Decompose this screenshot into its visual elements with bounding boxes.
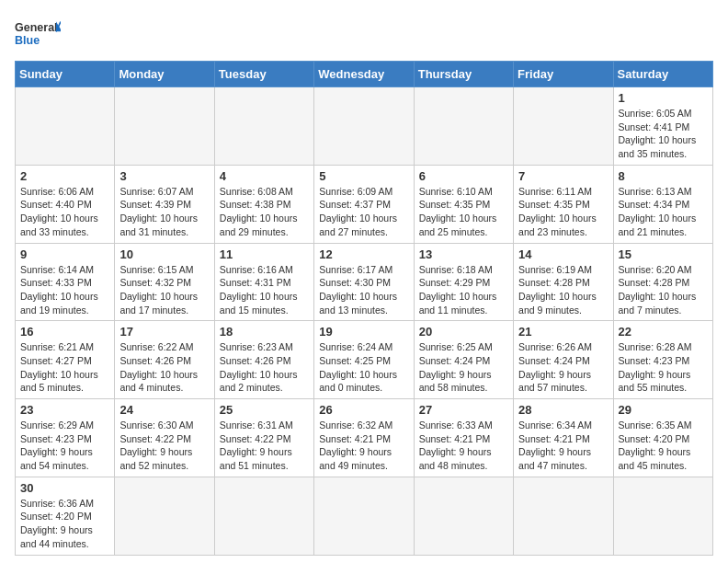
weekday-header-monday: Monday bbox=[115, 62, 214, 87]
day-number: 7 bbox=[518, 169, 608, 183]
calendar-day-cell: 26Sunrise: 6:32 AM Sunset: 4:21 PM Dayli… bbox=[314, 399, 414, 477]
day-info: Sunrise: 6:08 AM Sunset: 4:38 PM Dayligh… bbox=[220, 185, 309, 239]
day-info: Sunrise: 6:07 AM Sunset: 4:39 PM Dayligh… bbox=[119, 185, 209, 239]
day-number: 5 bbox=[319, 169, 408, 183]
day-number: 11 bbox=[220, 247, 309, 261]
day-number: 16 bbox=[20, 325, 109, 339]
calendar-day-cell: 7Sunrise: 6:11 AM Sunset: 4:35 PM Daylig… bbox=[514, 165, 613, 243]
day-info: Sunrise: 6:34 AM Sunset: 4:21 PM Dayligh… bbox=[518, 419, 608, 473]
calendar-day-cell bbox=[514, 87, 613, 166]
calendar-day-cell: 6Sunrise: 6:10 AM Sunset: 4:35 PM Daylig… bbox=[414, 165, 513, 243]
day-number: 14 bbox=[518, 247, 608, 261]
calendar-day-cell bbox=[214, 87, 313, 166]
calendar-day-cell: 21Sunrise: 6:26 AM Sunset: 4:24 PM Dayli… bbox=[514, 321, 613, 399]
calendar-day-cell: 5Sunrise: 6:09 AM Sunset: 4:37 PM Daylig… bbox=[314, 165, 414, 243]
calendar-week-row: 9Sunrise: 6:14 AM Sunset: 4:33 PM Daylig… bbox=[16, 243, 713, 321]
day-number: 21 bbox=[518, 325, 608, 339]
day-number: 9 bbox=[20, 247, 109, 261]
calendar-day-cell: 25Sunrise: 6:31 AM Sunset: 4:22 PM Dayli… bbox=[214, 399, 313, 477]
calendar-day-cell: 14Sunrise: 6:19 AM Sunset: 4:28 PM Dayli… bbox=[514, 243, 613, 321]
page-header: General Blue bbox=[15, 15, 713, 52]
calendar-table: SundayMondayTuesdayWednesdayThursdayFrid… bbox=[15, 61, 713, 556]
day-number: 2 bbox=[20, 169, 109, 183]
day-number: 15 bbox=[619, 247, 708, 261]
calendar-day-cell: 19Sunrise: 6:24 AM Sunset: 4:25 PM Dayli… bbox=[314, 321, 414, 399]
day-info: Sunrise: 6:33 AM Sunset: 4:21 PM Dayligh… bbox=[419, 419, 508, 473]
calendar-day-cell: 12Sunrise: 6:17 AM Sunset: 4:30 PM Dayli… bbox=[314, 243, 414, 321]
day-info: Sunrise: 6:10 AM Sunset: 4:35 PM Dayligh… bbox=[419, 185, 508, 239]
day-number: 13 bbox=[419, 247, 508, 261]
calendar-day-cell: 10Sunrise: 6:15 AM Sunset: 4:32 PM Dayli… bbox=[115, 243, 214, 321]
day-info: Sunrise: 6:36 AM Sunset: 4:20 PM Dayligh… bbox=[20, 497, 109, 551]
calendar-day-cell: 24Sunrise: 6:30 AM Sunset: 4:22 PM Dayli… bbox=[115, 399, 214, 477]
calendar-day-cell bbox=[514, 477, 613, 555]
weekday-header-tuesday: Tuesday bbox=[214, 62, 313, 87]
weekday-header-row: SundayMondayTuesdayWednesdayThursdayFrid… bbox=[16, 62, 713, 87]
calendar-day-cell bbox=[115, 477, 214, 555]
day-number: 8 bbox=[619, 169, 708, 183]
day-info: Sunrise: 6:26 AM Sunset: 4:24 PM Dayligh… bbox=[518, 340, 608, 395]
calendar-day-cell: 22Sunrise: 6:28 AM Sunset: 4:23 PM Dayli… bbox=[613, 321, 712, 399]
day-number: 23 bbox=[20, 403, 109, 417]
day-info: Sunrise: 6:19 AM Sunset: 4:28 PM Dayligh… bbox=[518, 263, 608, 317]
day-info: Sunrise: 6:18 AM Sunset: 4:29 PM Dayligh… bbox=[419, 263, 508, 317]
day-number: 24 bbox=[119, 403, 209, 417]
day-info: Sunrise: 6:21 AM Sunset: 4:27 PM Dayligh… bbox=[20, 340, 109, 395]
calendar-day-cell bbox=[314, 477, 414, 555]
day-info: Sunrise: 6:15 AM Sunset: 4:32 PM Dayligh… bbox=[119, 263, 209, 317]
day-number: 28 bbox=[518, 403, 608, 417]
calendar-week-row: 16Sunrise: 6:21 AM Sunset: 4:27 PM Dayli… bbox=[16, 321, 713, 399]
calendar-day-cell bbox=[115, 87, 214, 166]
calendar-day-cell: 2Sunrise: 6:06 AM Sunset: 4:40 PM Daylig… bbox=[16, 165, 115, 243]
calendar-day-cell: 27Sunrise: 6:33 AM Sunset: 4:21 PM Dayli… bbox=[414, 399, 513, 477]
day-number: 12 bbox=[319, 247, 408, 261]
day-number: 18 bbox=[220, 325, 309, 339]
day-info: Sunrise: 6:20 AM Sunset: 4:28 PM Dayligh… bbox=[619, 263, 708, 317]
day-number: 19 bbox=[319, 325, 408, 339]
day-number: 6 bbox=[419, 169, 508, 183]
day-info: Sunrise: 6:05 AM Sunset: 4:41 PM Dayligh… bbox=[619, 107, 708, 161]
day-info: Sunrise: 6:31 AM Sunset: 4:22 PM Dayligh… bbox=[220, 419, 309, 473]
day-info: Sunrise: 6:32 AM Sunset: 4:21 PM Dayligh… bbox=[319, 419, 408, 473]
calendar-day-cell bbox=[414, 87, 513, 166]
day-number: 1 bbox=[619, 91, 708, 105]
day-info: Sunrise: 6:06 AM Sunset: 4:40 PM Dayligh… bbox=[20, 185, 109, 239]
day-info: Sunrise: 6:25 AM Sunset: 4:24 PM Dayligh… bbox=[419, 340, 508, 395]
weekday-header-friday: Friday bbox=[514, 62, 613, 87]
day-number: 30 bbox=[20, 481, 109, 495]
calendar-day-cell: 15Sunrise: 6:20 AM Sunset: 4:28 PM Dayli… bbox=[613, 243, 712, 321]
calendar-day-cell: 13Sunrise: 6:18 AM Sunset: 4:29 PM Dayli… bbox=[414, 243, 513, 321]
day-info: Sunrise: 6:11 AM Sunset: 4:35 PM Dayligh… bbox=[518, 185, 608, 239]
calendar-day-cell: 18Sunrise: 6:23 AM Sunset: 4:26 PM Dayli… bbox=[214, 321, 313, 399]
day-number: 17 bbox=[119, 325, 209, 339]
weekday-header-sunday: Sunday bbox=[16, 62, 115, 87]
weekday-header-thursday: Thursday bbox=[414, 62, 513, 87]
calendar-day-cell bbox=[314, 87, 414, 166]
day-info: Sunrise: 6:35 AM Sunset: 4:20 PM Dayligh… bbox=[619, 419, 708, 473]
day-info: Sunrise: 6:23 AM Sunset: 4:26 PM Dayligh… bbox=[220, 340, 309, 395]
calendar-day-cell: 16Sunrise: 6:21 AM Sunset: 4:27 PM Dayli… bbox=[16, 321, 115, 399]
calendar-day-cell bbox=[16, 87, 115, 166]
day-info: Sunrise: 6:24 AM Sunset: 4:25 PM Dayligh… bbox=[319, 340, 408, 395]
calendar-week-row: 2Sunrise: 6:06 AM Sunset: 4:40 PM Daylig… bbox=[16, 165, 713, 243]
day-info: Sunrise: 6:30 AM Sunset: 4:22 PM Dayligh… bbox=[119, 419, 209, 473]
calendar-day-cell: 4Sunrise: 6:08 AM Sunset: 4:38 PM Daylig… bbox=[214, 165, 313, 243]
calendar-day-cell: 3Sunrise: 6:07 AM Sunset: 4:39 PM Daylig… bbox=[115, 165, 214, 243]
day-number: 3 bbox=[119, 169, 209, 183]
calendar-day-cell: 8Sunrise: 6:13 AM Sunset: 4:34 PM Daylig… bbox=[613, 165, 712, 243]
day-number: 27 bbox=[419, 403, 508, 417]
day-info: Sunrise: 6:14 AM Sunset: 4:33 PM Dayligh… bbox=[20, 263, 109, 317]
day-info: Sunrise: 6:29 AM Sunset: 4:23 PM Dayligh… bbox=[20, 419, 109, 473]
day-info: Sunrise: 6:16 AM Sunset: 4:31 PM Dayligh… bbox=[220, 263, 309, 317]
calendar-week-row: 23Sunrise: 6:29 AM Sunset: 4:23 PM Dayli… bbox=[16, 399, 713, 477]
day-number: 25 bbox=[220, 403, 309, 417]
weekday-header-wednesday: Wednesday bbox=[314, 62, 414, 87]
day-info: Sunrise: 6:09 AM Sunset: 4:37 PM Dayligh… bbox=[319, 185, 408, 239]
day-number: 29 bbox=[619, 403, 708, 417]
logo: General Blue bbox=[15, 15, 61, 52]
day-number: 10 bbox=[119, 247, 209, 261]
svg-text:General: General bbox=[15, 21, 58, 34]
calendar-day-cell: 9Sunrise: 6:14 AM Sunset: 4:33 PM Daylig… bbox=[16, 243, 115, 321]
day-info: Sunrise: 6:17 AM Sunset: 4:30 PM Dayligh… bbox=[319, 263, 408, 317]
calendar-day-cell: 23Sunrise: 6:29 AM Sunset: 4:23 PM Dayli… bbox=[16, 399, 115, 477]
